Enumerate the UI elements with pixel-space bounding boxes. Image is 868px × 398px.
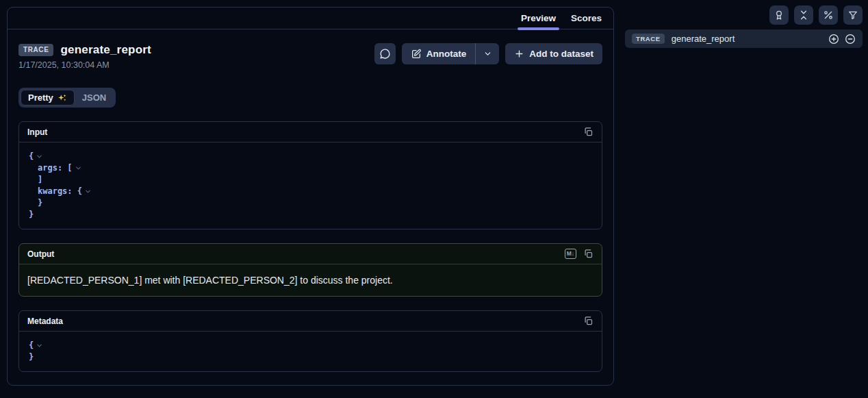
copy-icon xyxy=(583,249,593,259)
json-line: } xyxy=(29,209,592,221)
filter-funnel-icon xyxy=(847,10,858,21)
json-line: } xyxy=(29,197,592,209)
expand-all-button[interactable] xyxy=(828,34,839,45)
chevron-down-icon[interactable] xyxy=(36,153,43,160)
copy-button[interactable] xyxy=(583,127,593,137)
filter-button[interactable] xyxy=(843,5,863,25)
header-actions: Annotate xyxy=(374,43,602,64)
edit-pencil-icon xyxy=(411,49,422,60)
chevron-down-icon xyxy=(483,49,492,58)
annotate-label: Annotate xyxy=(426,49,467,59)
trace-type-badge: TRACE xyxy=(18,44,53,56)
minus-circle-icon xyxy=(845,34,856,45)
json-token: args: [ xyxy=(38,162,73,174)
json-token: kwargs: { xyxy=(38,186,82,197)
collapse-vertical-icon xyxy=(798,10,809,21)
tab-bar: Preview Scores xyxy=(8,8,613,29)
chevron-down-icon[interactable] xyxy=(36,342,43,349)
trace-header: TRACE generate_report 1/17/2025, 10:30:0… xyxy=(18,43,602,70)
trace-viewer-page: Preview Scores TRACE generate_report 1/1… xyxy=(0,0,868,398)
comment-button[interactable] xyxy=(374,43,396,64)
copy-button[interactable] xyxy=(583,249,593,259)
trace-tree-name: generate_report xyxy=(672,34,821,44)
percent-metrics-button[interactable] xyxy=(819,5,838,25)
json-line: } xyxy=(29,351,592,363)
tab-preview[interactable]: Preview xyxy=(513,8,563,29)
view-format-toggle: Pretty JSON xyxy=(18,88,116,108)
award-ribbon-icon xyxy=(774,10,784,21)
sparkles-icon xyxy=(58,93,67,103)
copy-icon xyxy=(583,316,593,326)
chevron-down-icon[interactable] xyxy=(84,188,92,195)
markdown-icon: M↓ xyxy=(565,249,576,258)
output-section-header: Output M↓ xyxy=(19,244,602,264)
json-token: ] xyxy=(38,174,42,186)
json-line: ] xyxy=(29,174,592,186)
json-line: { xyxy=(29,151,592,162)
trace-timestamp: 1/17/2025, 10:30:04 AM xyxy=(18,60,151,70)
copy-button[interactable] xyxy=(583,316,593,326)
json-token: } xyxy=(38,197,42,209)
annotate-split-button: Annotate xyxy=(402,43,500,64)
json-token: { xyxy=(29,340,34,351)
feedback-award-button[interactable] xyxy=(769,5,789,25)
annotate-button[interactable]: Annotate xyxy=(402,43,476,64)
trace-detail-panel: Preview Scores TRACE generate_report 1/1… xyxy=(7,7,614,386)
json-token: { xyxy=(29,151,34,162)
input-section-header: Input xyxy=(19,122,602,142)
trace-type-badge: TRACE xyxy=(632,34,665,44)
json-token: } xyxy=(29,351,34,363)
json-line: args: [ xyxy=(29,162,592,174)
input-section-title: Input xyxy=(27,127,47,137)
metadata-json-view: {} xyxy=(19,332,602,371)
output-section: Output M↓ xyxy=(18,243,602,297)
input-json-view: {args: []kwargs: {}} xyxy=(19,142,602,229)
percent-icon xyxy=(823,10,834,21)
metadata-section: Metadata {} xyxy=(18,310,602,372)
output-content: [REDACTED_PERSON_1] met with [REDACTED_P… xyxy=(19,264,602,296)
input-section: Input {args: []kwargs: {}} xyxy=(18,121,602,229)
right-panel-toolbar xyxy=(769,5,863,25)
collapse-node-button[interactable] xyxy=(845,34,856,45)
chevron-down-icon[interactable] xyxy=(75,164,82,172)
json-toggle-button[interactable]: JSON xyxy=(75,90,114,105)
add-to-dataset-label: Add to dataset xyxy=(529,49,593,59)
copy-icon xyxy=(583,127,593,137)
metadata-section-header: Metadata xyxy=(19,311,602,332)
page-title: generate_report xyxy=(60,43,151,57)
comment-bubble-icon xyxy=(379,48,391,60)
metadata-section-title: Metadata xyxy=(27,316,63,326)
markdown-toggle-button[interactable]: M↓ xyxy=(565,249,576,258)
plus-circle-icon xyxy=(828,34,839,45)
trace-tree-row[interactable]: TRACE generate_report xyxy=(625,29,863,48)
json-label: JSON xyxy=(82,92,106,103)
json-token: } xyxy=(29,209,34,221)
json-line: kwargs: { xyxy=(29,186,592,197)
annotate-dropdown-button[interactable] xyxy=(475,43,499,64)
pretty-toggle-button[interactable]: Pretty xyxy=(21,90,75,105)
output-section-title: Output xyxy=(27,249,54,259)
add-to-dataset-button[interactable]: Add to dataset xyxy=(505,43,602,64)
json-line: { xyxy=(29,340,592,351)
pretty-label: Pretty xyxy=(28,92,53,103)
collapse-all-button[interactable] xyxy=(794,5,813,25)
trace-identity: TRACE generate_report 1/17/2025, 10:30:0… xyxy=(18,43,151,70)
panel-body: TRACE generate_report 1/17/2025, 10:30:0… xyxy=(8,29,613,386)
tab-scores[interactable]: Scores xyxy=(563,8,609,29)
plus-icon xyxy=(514,49,524,59)
